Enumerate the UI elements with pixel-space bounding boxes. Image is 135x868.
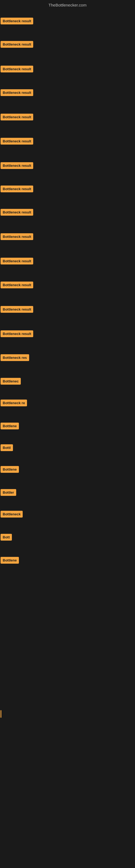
bottleneck-item[interactable]: Bottlenec xyxy=(1,378,21,386)
bottleneck-item[interactable]: Bottleneck result xyxy=(1,306,33,314)
bottleneck-item[interactable]: Bottleneck result xyxy=(1,282,33,289)
bottleneck-badge[interactable]: Bottleneck result xyxy=(1,114,33,120)
bottleneck-item[interactable]: Bottleneck result xyxy=(1,89,33,97)
bottleneck-badge[interactable]: Bottleneck result xyxy=(1,162,33,169)
bottleneck-badge[interactable]: Bottleneck result xyxy=(1,306,33,313)
page-wrapper: TheBottlenecker.com Bottleneck resultBot… xyxy=(0,0,135,868)
bottleneck-badge[interactable]: Bottlene xyxy=(1,466,19,473)
items-container: Bottleneck resultBottleneck resultBottle… xyxy=(0,10,135,868)
bottleneck-item[interactable]: Bottleneck result xyxy=(1,233,33,241)
bottleneck-item[interactable]: Bottleneck result xyxy=(1,138,33,146)
bottleneck-item[interactable]: Bottler xyxy=(1,489,16,497)
bottleneck-item[interactable]: Bottleneck result xyxy=(1,186,33,193)
bottleneck-badge[interactable]: Bott xyxy=(1,534,12,540)
bottleneck-item[interactable]: Bottleneck result xyxy=(1,330,33,338)
bottleneck-badge[interactable]: Bottleneck re xyxy=(1,400,27,406)
bottleneck-badge[interactable]: Bottleneck result xyxy=(1,186,33,192)
bottleneck-item[interactable]: Bottl xyxy=(1,444,13,452)
bottleneck-badge[interactable]: Bottl xyxy=(1,444,13,451)
bottleneck-item[interactable]: Bottleneck res xyxy=(1,354,29,362)
bottleneck-badge[interactable]: Bottlenec xyxy=(1,378,21,384)
bottleneck-badge[interactable]: Bottlene xyxy=(1,423,19,429)
bottleneck-badge[interactable]: Bottleneck result xyxy=(1,258,33,265)
site-title: TheBottlenecker.com xyxy=(49,3,87,7)
bottleneck-item[interactable]: Bottleneck result xyxy=(1,18,33,26)
bottleneck-badge[interactable]: Bottleneck result xyxy=(1,330,33,337)
bottleneck-item[interactable]: Bottleneck result xyxy=(1,41,33,49)
bottleneck-badge[interactable]: Bottleneck result xyxy=(1,233,33,240)
bottleneck-badge[interactable]: Bottleneck result xyxy=(1,209,33,216)
bottleneck-item[interactable]: Bottleneck xyxy=(1,511,23,519)
bottleneck-item[interactable]: Bott xyxy=(1,534,12,542)
bottleneck-badge[interactable]: Bottleneck result xyxy=(1,138,33,145)
bottleneck-item[interactable]: Bottleneck result xyxy=(1,258,33,266)
bottleneck-badge[interactable]: Bottleneck result xyxy=(1,41,33,48)
bottleneck-badge[interactable]: Bottleneck result xyxy=(1,66,33,72)
bottleneck-item[interactable]: Bottlene xyxy=(1,423,19,431)
bottleneck-item[interactable]: Bottleneck re xyxy=(1,400,27,407)
bottleneck-badge[interactable]: Bottleneck xyxy=(1,511,23,518)
bottleneck-badge[interactable]: Bottleneck result xyxy=(1,18,33,24)
bottleneck-badge[interactable]: Bottler xyxy=(1,489,16,496)
bottleneck-item[interactable]: Bottleneck result xyxy=(1,114,33,122)
bottleneck-badge[interactable]: Bottleneck result xyxy=(1,89,33,96)
bottleneck-item[interactable]: Bottleneck result xyxy=(1,162,33,170)
bottleneck-badge[interactable]: Bottlene xyxy=(1,557,19,564)
tiny-indicator xyxy=(1,710,1,718)
bottleneck-item[interactable]: Bottleneck result xyxy=(1,66,33,73)
bottleneck-item[interactable]: Bottlene xyxy=(1,557,19,565)
bottleneck-item[interactable]: Bottleneck result xyxy=(1,209,33,217)
bottleneck-badge[interactable]: Bottleneck res xyxy=(1,354,29,361)
site-header: TheBottlenecker.com xyxy=(0,0,135,10)
bottleneck-badge[interactable]: Bottleneck result xyxy=(1,282,33,288)
bottleneck-item[interactable]: Bottlene xyxy=(1,466,19,474)
